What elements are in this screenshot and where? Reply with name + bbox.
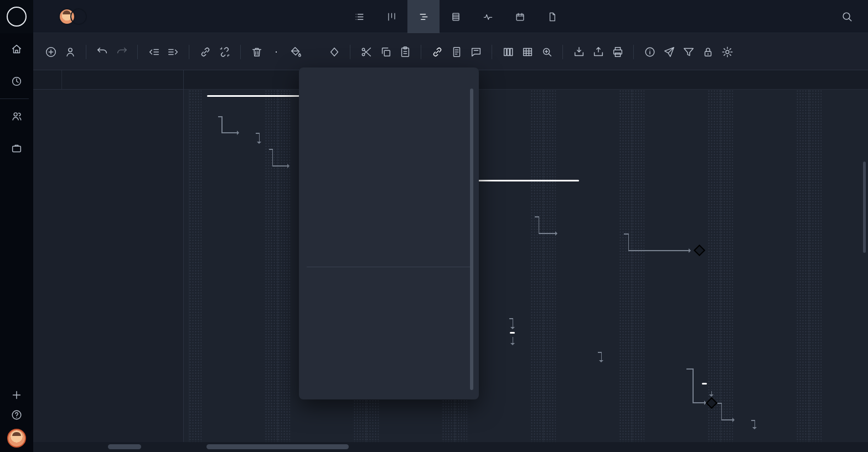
zoom-in-icon xyxy=(541,46,553,58)
attach-link-button[interactable] xyxy=(427,42,447,61)
gantt-label-seo xyxy=(517,259,527,276)
import-icon xyxy=(573,46,585,58)
nav-team[interactable] xyxy=(0,100,33,132)
export-button[interactable] xyxy=(588,42,608,61)
toolbar-divider xyxy=(633,45,634,59)
task-rows xyxy=(33,90,183,442)
dialog-scrollbar[interactable] xyxy=(470,89,473,390)
tab-activity-view[interactable] xyxy=(472,0,504,33)
clock-icon xyxy=(11,75,23,87)
tab-gantt-view[interactable] xyxy=(407,0,440,33)
assign-button[interactable] xyxy=(60,42,80,61)
tab-calendar-view[interactable] xyxy=(504,0,536,33)
indent-button[interactable] xyxy=(163,42,183,61)
font-color-button[interactable] xyxy=(266,42,286,61)
search-button[interactable] xyxy=(835,0,859,33)
import-button[interactable] xyxy=(569,42,588,61)
nav-portfolio[interactable] xyxy=(0,132,33,164)
comment-icon xyxy=(470,46,482,58)
column-header-all[interactable] xyxy=(33,70,62,89)
publish-blogs-bar[interactable] xyxy=(750,430,763,442)
member-avatar-gp[interactable] xyxy=(70,8,87,25)
notes-button[interactable] xyxy=(447,42,466,61)
comment-button[interactable] xyxy=(466,42,485,61)
toolbar-divider xyxy=(137,45,138,59)
app-logo[interactable] xyxy=(0,0,33,33)
tab-list-view[interactable] xyxy=(343,0,375,33)
task-table xyxy=(33,70,184,442)
paste-button[interactable] xyxy=(395,42,415,61)
toolbar-divider xyxy=(492,45,492,59)
attachment-link-icon xyxy=(431,46,443,58)
bottom-scroll-strip xyxy=(33,442,868,452)
outdent-button[interactable] xyxy=(144,42,163,61)
home-icon xyxy=(11,43,23,55)
tasklist-h-scrollbar[interactable] xyxy=(108,444,141,449)
filter-button[interactable] xyxy=(679,42,698,61)
insert-column-button[interactable] xyxy=(498,42,518,61)
redo-icon xyxy=(116,46,128,58)
member-avatars[interactable] xyxy=(59,8,87,25)
milestone-button[interactable] xyxy=(324,42,344,61)
search-icon xyxy=(841,11,853,23)
gantt-label-define-strategy2 xyxy=(605,344,615,361)
build-ads-bar[interactable] xyxy=(598,363,686,376)
table-grid-icon xyxy=(521,46,534,58)
zoom-button[interactable] xyxy=(537,42,556,61)
review-milestone-diamond[interactable] xyxy=(694,245,705,256)
unlink-icon xyxy=(219,46,231,58)
vertical-scrollbar[interactable] xyxy=(863,162,866,253)
nav-recent[interactable] xyxy=(0,65,33,97)
pm-logo-icon xyxy=(7,7,27,27)
redo-button[interactable] xyxy=(112,42,131,61)
settings-button[interactable] xyxy=(717,42,737,61)
delete-button[interactable] xyxy=(247,42,266,61)
filter-icon xyxy=(683,46,695,58)
milestone-diamond-icon xyxy=(328,46,340,58)
tab-board-view[interactable] xyxy=(375,0,407,33)
gantt-label-design-assets xyxy=(540,208,550,225)
font-color-icon xyxy=(276,51,277,53)
link-tasks-button[interactable] xyxy=(195,42,215,61)
color-picker-dialog xyxy=(299,67,479,399)
undo-button[interactable] xyxy=(92,42,112,61)
gantt-label-publish-blogs xyxy=(769,428,779,442)
insert-column-icon xyxy=(502,46,514,58)
top-header xyxy=(33,0,868,33)
copy-button[interactable] xyxy=(376,42,395,61)
add-icon[interactable] xyxy=(11,389,23,401)
toolbar-divider xyxy=(189,45,189,59)
fill-color-button[interactable] xyxy=(286,42,305,61)
column-header-task-name[interactable] xyxy=(62,70,183,89)
tab-document-view[interactable] xyxy=(536,0,568,33)
lock-button[interactable] xyxy=(698,42,717,61)
send-icon xyxy=(663,46,675,58)
user-avatar[interactable] xyxy=(7,429,26,448)
info-button[interactable] xyxy=(640,42,659,61)
nav-home[interactable] xyxy=(0,33,33,65)
toolbar-divider xyxy=(350,45,350,59)
gantt-label-build-landing xyxy=(632,225,642,242)
indent-icon xyxy=(167,46,179,58)
unlink-tasks-button[interactable] xyxy=(215,42,234,61)
release-landing-pages-bar[interactable] xyxy=(738,414,751,425)
tab-sheet-view[interactable] xyxy=(440,0,472,33)
evaluate-customer-bar[interactable] xyxy=(241,126,256,138)
define-budget-bar[interactable] xyxy=(255,143,269,155)
activity-view-icon xyxy=(483,12,493,22)
toolbar-divider xyxy=(240,45,241,59)
cut-button[interactable] xyxy=(356,42,376,61)
add-task-button[interactable] xyxy=(41,42,60,61)
gantt-h-scrollbar[interactable] xyxy=(206,444,349,449)
scissors-icon xyxy=(360,46,373,58)
build-landing-pages-bar[interactable] xyxy=(560,227,624,240)
define-strategy-bar[interactable] xyxy=(508,346,598,359)
gantt-toolbar xyxy=(33,34,868,70)
table-button[interactable] xyxy=(518,42,537,61)
print-button[interactable] xyxy=(608,42,627,61)
help-icon[interactable] xyxy=(11,409,23,421)
share-button[interactable] xyxy=(659,42,679,61)
define-kpis-bar[interactable] xyxy=(204,109,218,122)
export-icon xyxy=(592,46,604,58)
number-format-button[interactable] xyxy=(305,42,324,61)
